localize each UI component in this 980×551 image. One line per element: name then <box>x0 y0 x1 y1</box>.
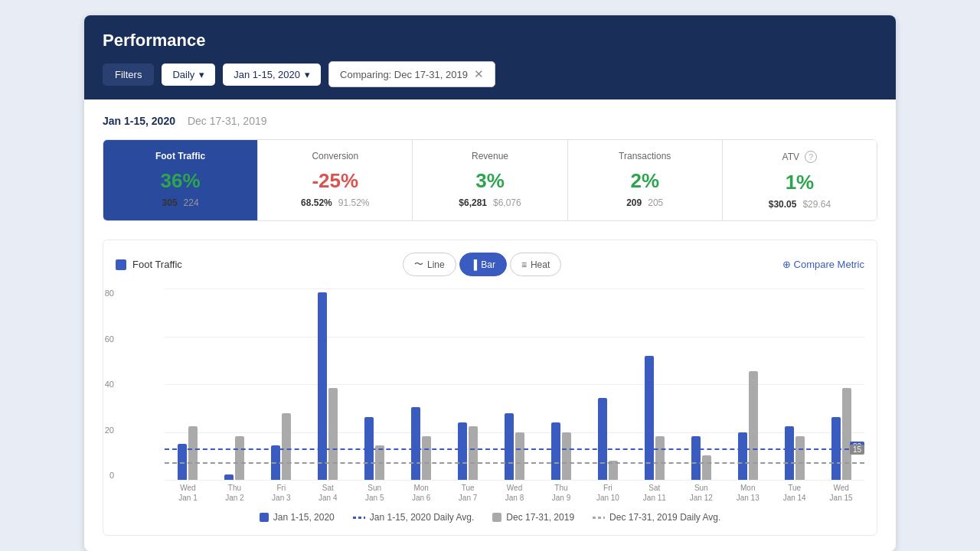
bar-blue <box>551 422 560 480</box>
compare-metric-button[interactable]: ⊕ Compare Metric <box>782 259 864 270</box>
line-icon: 〜 <box>414 258 423 271</box>
bar-gray <box>609 461 618 480</box>
x-label: MonJan 13 <box>724 480 771 503</box>
bar-gray <box>469 426 478 480</box>
bar-gray <box>235 436 244 481</box>
bar-gray <box>749 371 758 481</box>
metric-conversion[interactable]: Conversion -25% 68.52% 91.52% <box>258 140 413 220</box>
x-label: FriJan 10 <box>584 480 631 503</box>
daily-dropdown[interactable]: Daily ▾ <box>162 64 215 86</box>
bar-group <box>678 289 724 480</box>
metric-sub: $6,281 $6,076 <box>425 197 554 208</box>
chart-type-line[interactable]: 〜 Line <box>403 253 456 276</box>
x-label: SunJan 12 <box>678 480 724 503</box>
metric-sub: 209 205 <box>580 197 710 208</box>
bar-group <box>305 289 351 480</box>
legend-jan-daily-avg: Jan 1-15, 2020 Daily Avg. <box>353 512 475 523</box>
bar-blue <box>598 398 607 481</box>
metric-value: 2% <box>580 169 710 193</box>
page-title: Performance <box>103 31 877 51</box>
legend-dashed-gray-icon <box>593 517 605 519</box>
bar-group <box>771 289 818 480</box>
info-icon: ? <box>805 151 817 163</box>
bar-gray <box>282 413 291 481</box>
metric-atv[interactable]: ATV ? 1% $30.05 $29.64 <box>723 140 877 220</box>
x-label: SatJan 4 <box>305 480 351 503</box>
bar-gray <box>515 432 524 481</box>
metric-value: 3% <box>425 169 554 193</box>
date-range-dropdown[interactable]: Jan 1-15, 2020 ▾ <box>223 64 321 86</box>
avg-badge-15: 15 <box>850 445 864 455</box>
chart-type-heat[interactable]: ≡ Heat <box>510 253 561 276</box>
y-axis: 80 60 40 20 0 <box>93 289 114 480</box>
x-label: TueJan 14 <box>771 480 818 503</box>
bar-group <box>724 289 771 480</box>
bar-group <box>584 289 631 480</box>
chart-wrapper: 80 60 40 20 0 <box>116 289 864 503</box>
x-label: WedJan 1 <box>165 480 211 503</box>
bar-blue <box>458 422 467 480</box>
bar-blue <box>318 292 327 480</box>
metric-value: 36% <box>116 169 245 193</box>
legend-blue-box-icon <box>260 513 269 522</box>
legend-dec-solid: Dec 17-31, 2019 <box>492 512 574 523</box>
legend-dec-daily-avg: Dec 17-31, 2019 Daily Avg. <box>593 512 720 523</box>
header-controls: Filters Daily ▾ Jan 1-15, 2020 ▾ Compari… <box>103 61 877 87</box>
bar-blue <box>785 426 794 480</box>
close-compare-icon[interactable]: ✕ <box>474 67 484 81</box>
bar-blue <box>411 407 420 480</box>
avg-line-20 <box>165 448 864 450</box>
chart-header: Foot Traffic 〜 Line ▐ Bar ≡ Heat <box>116 253 864 276</box>
bar-group <box>631 289 678 480</box>
metric-foot-traffic[interactable]: Foot Traffic 36% 305 224 <box>103 140 258 220</box>
metric-sub: 305 224 <box>116 197 245 208</box>
chart-footer: Jan 1-15, 2020 Jan 1-15, 2020 Daily Avg.… <box>116 512 864 523</box>
metrics-row: Foot Traffic 36% 305 224 Conversion -25%… <box>103 139 877 221</box>
bar-group <box>351 289 398 480</box>
metric-value: -25% <box>270 169 400 193</box>
legend-dashed-blue-icon <box>353 517 365 519</box>
bar-group <box>258 289 305 480</box>
main-container: Performance Filters Daily ▾ Jan 1-15, 20… <box>84 15 896 551</box>
metric-title: Foot Traffic <box>116 151 245 161</box>
bar-group <box>538 289 585 480</box>
x-axis: WedJan 1ThuJan 2FriJan 3SatJan 4SunJan 5… <box>165 480 864 503</box>
x-label: SatJan 11 <box>631 480 678 503</box>
x-label: WedJan 15 <box>818 480 864 503</box>
x-label: SunJan 5 <box>351 480 398 503</box>
bar-gray <box>795 436 805 481</box>
bars-container <box>165 289 864 480</box>
metric-transactions[interactable]: Transactions 2% 209 205 <box>568 140 723 220</box>
metric-value: 1% <box>735 171 864 194</box>
legend-box-icon <box>116 259 126 270</box>
bar-group <box>165 289 211 480</box>
x-label: WedJan 8 <box>492 480 538 503</box>
chart-area: 20 15 WedJan 1ThuJan 2FriJan 3SatJan 4Su… <box>165 289 864 503</box>
x-label: ThuJan 2 <box>211 480 258 503</box>
bar-gray <box>188 426 198 480</box>
bar-group <box>398 289 445 480</box>
x-label: ThuJan 9 <box>538 480 585 503</box>
chart-type-bar[interactable]: ▐ Bar <box>459 253 507 276</box>
bar-gray <box>422 436 431 481</box>
bar-gray <box>562 432 571 481</box>
bar-gray <box>842 388 851 480</box>
metric-title: Conversion <box>270 151 400 161</box>
compare-button[interactable]: Comparing: Dec 17-31, 2019 ✕ <box>328 61 495 87</box>
metric-revenue[interactable]: Revenue 3% $6,281 $6,076 <box>413 140 567 220</box>
metric-title: Revenue <box>425 151 554 161</box>
bar-group <box>211 289 258 480</box>
filters-button[interactable]: Filters <box>103 64 154 86</box>
bar-gray <box>328 388 338 480</box>
x-label: FriJan 3 <box>258 480 305 503</box>
legend-jan-solid: Jan 1-15, 2020 <box>260 512 335 523</box>
chart-section: Foot Traffic 〜 Line ▐ Bar ≡ Heat <box>103 240 877 536</box>
bar-group <box>492 289 538 480</box>
x-label: MonJan 6 <box>398 480 445 503</box>
bar-blue <box>691 436 701 481</box>
secondary-date-label: Dec 17-31, 2019 <box>188 115 267 127</box>
chart-type-buttons: 〜 Line ▐ Bar ≡ Heat <box>403 253 561 276</box>
x-label: TueJan 7 <box>445 480 492 503</box>
content: Jan 1-15, 2020 Dec 17-31, 2019 Foot Traf… <box>84 99 896 551</box>
chart-legend: Foot Traffic <box>116 259 182 270</box>
